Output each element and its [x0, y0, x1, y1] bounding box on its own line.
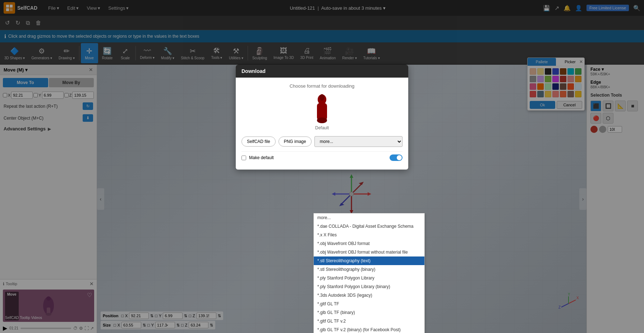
dropdown-item[interactable]: *.obj Wavefront OBJ format: [314, 239, 424, 248]
dropdown-item[interactable]: *.gltf GL TF v.2: [314, 317, 424, 325]
dropdown-item[interactable]: *.dae COLLADA - Digital Asset Exchange S…: [314, 222, 424, 231]
dropdown-item[interactable]: *.ply Stanford Polygon Library (binary): [314, 282, 424, 291]
format-dropdown-list: more...*.dae COLLADA - Digital Asset Exc…: [313, 213, 425, 333]
dropdown-item[interactable]: *.obj Wavefront OBJ format without mater…: [314, 248, 424, 256]
modal-body: Choose format for downloading Default Se…: [236, 78, 408, 170]
dropdown-item[interactable]: more...: [314, 213, 424, 222]
toggle-switch[interactable]: [390, 154, 402, 161]
modal-format-row: SelfCAD file PNG image more...: [242, 136, 402, 147]
dropdown-item[interactable]: *.stl Stereolithography (binary): [314, 265, 424, 274]
make-default-checkbox[interactable]: [242, 156, 246, 160]
dropdown-item[interactable]: *.glb GL TF v.2 (binary) (for Facebook P…: [314, 325, 424, 333]
modal-preview: Default: [242, 93, 402, 130]
modal-subtitle: Choose format for downloading: [242, 83, 402, 89]
toggle-knob: [397, 155, 402, 160]
dropdown-item[interactable]: *.3ds Autodesk 3DS (legacy): [314, 291, 424, 300]
modal-header: Download: [236, 65, 408, 78]
dropdown-item[interactable]: *.stl Stereolithography (text): [314, 256, 424, 265]
svg-point-40: [319, 94, 325, 101]
png-image-button[interactable]: PNG image: [279, 137, 312, 147]
dropdown-item[interactable]: *.x X Files: [314, 231, 424, 239]
make-default-label: Make default: [249, 155, 274, 160]
preview-svg: [311, 93, 333, 125]
format-dropdown[interactable]: more...: [314, 136, 402, 147]
dropdown-item[interactable]: *.gltf GL TF: [314, 300, 424, 308]
download-modal: Download Choose format for downloading D…: [236, 65, 408, 170]
preview-label: Default: [315, 125, 329, 130]
selfcad-file-button[interactable]: SelfCAD file: [242, 137, 276, 147]
modal-check-row: Make default: [242, 151, 402, 164]
dropdown-item[interactable]: *.glb GL TF (binary): [314, 308, 424, 317]
dropdown-item[interactable]: *.ply Stanford Polygon Library: [314, 274, 424, 282]
svg-point-42: [317, 117, 327, 123]
